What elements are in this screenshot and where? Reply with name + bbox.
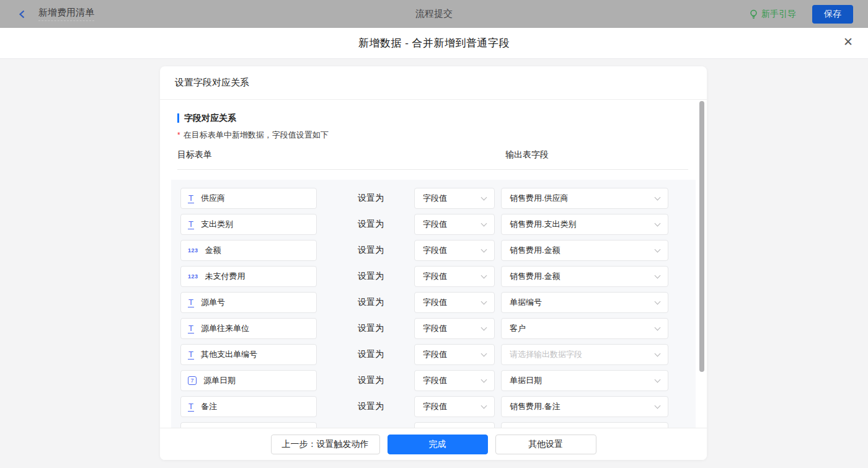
field-type-icon: T <box>188 324 194 333</box>
column-headers: 目标表单 输出表字段 <box>177 149 688 170</box>
table-row: 123 金额 设置为 字段值 销售费用.金额 <box>180 240 696 261</box>
value-type-select[interactable]: 字段值 <box>414 292 495 313</box>
chevron-down-icon <box>655 402 661 408</box>
source-field-box[interactable] <box>180 422 317 428</box>
value-type-select[interactable]: 字段值 <box>414 266 495 287</box>
output-field-text: 单据日期 <box>510 375 542 386</box>
chevron-down-icon <box>655 298 661 304</box>
chevron-down-icon <box>481 350 487 356</box>
value-type-select[interactable]: 字段值 <box>414 240 495 261</box>
source-field-box[interactable]: 7 源单日期 <box>180 370 317 391</box>
source-field-box[interactable]: T 供应商 <box>180 188 317 209</box>
field-type-icon: T <box>188 350 194 360</box>
table-row: T 其他支出单编号 设置为 字段值 请选择输出数据字段 <box>180 344 696 365</box>
field-type-icon: T <box>188 220 194 229</box>
save-button[interactable]: 保存 <box>812 5 853 24</box>
value-type-text: 字段值 <box>423 375 447 386</box>
chevron-down-icon <box>481 376 487 382</box>
value-type-select[interactable]: 字段值 <box>414 214 495 235</box>
output-field-text: 请选择输出数据字段 <box>510 349 582 360</box>
source-field-box[interactable]: T 源单往来单位 <box>180 318 317 339</box>
source-field-label: 源单日期 <box>203 375 236 386</box>
card-content: 字段对应关系 *在目标表单中新增数据，字段值设置如下 目标表单 输出表字段 T … <box>160 100 707 428</box>
setter-label: 设置为 <box>358 349 384 360</box>
output-field-select[interactable]: 销售费用.供应商 <box>501 188 668 209</box>
value-type-select[interactable]: 字段值 <box>414 188 495 209</box>
output-field-select[interactable]: 销售费用.备注 <box>501 396 668 417</box>
value-type-select[interactable]: 字段值 <box>414 396 495 417</box>
table-row: 123 未支付费用 设置为 字段值 销售费用.金额 <box>180 266 696 287</box>
finish-button[interactable]: 完成 <box>388 435 488 454</box>
value-type-text: 字段值 <box>423 271 447 282</box>
source-field-box[interactable]: T 源单号 <box>180 292 317 313</box>
field-type-icon: 123 <box>188 247 198 254</box>
chevron-down-icon <box>481 246 487 252</box>
source-field-box[interactable]: 123 未支付费用 <box>180 266 317 287</box>
output-field-text: 客户 <box>510 323 526 334</box>
source-field-label: 支出类别 <box>201 219 233 230</box>
output-field-select[interactable]: 单据编号 <box>501 292 668 313</box>
source-field-label: 金额 <box>205 245 221 256</box>
other-settings-button[interactable]: 其他设置 <box>495 435 596 454</box>
setter-label: 设置为 <box>358 245 384 256</box>
setter-label: 设置为 <box>358 375 384 386</box>
chevron-down-icon <box>481 272 487 278</box>
setter-label: 设置为 <box>358 297 384 308</box>
modal-title: 新增数据 - 合并新增到普通字段 <box>358 36 510 50</box>
modal-header: 新增数据 - 合并新增到普通字段 ✕ <box>0 28 868 59</box>
card-footer: 上一步：设置触发动作 完成 其他设置 <box>160 428 707 460</box>
output-field-select[interactable]: 客户 <box>501 318 668 339</box>
chevron-down-icon <box>481 298 487 304</box>
source-field-box[interactable]: T 备注 <box>180 396 317 417</box>
value-type-text: 字段值 <box>423 245 447 256</box>
output-field-select[interactable]: 销售费用.支出类别 <box>501 214 668 235</box>
output-field-text: 销售费用.支出类别 <box>510 219 577 230</box>
output-field-select[interactable] <box>501 422 668 428</box>
required-asterisk: * <box>177 131 180 139</box>
value-type-text: 字段值 <box>423 349 447 360</box>
note-text: 在目标表单中新增数据，字段值设置如下 <box>184 130 329 139</box>
beginner-guide-button[interactable]: 新手引导 <box>749 9 796 20</box>
chevron-down-icon <box>655 220 661 226</box>
output-field-select[interactable]: 销售费用.金额 <box>501 266 668 287</box>
close-icon[interactable]: ✕ <box>843 36 853 48</box>
source-field-label: 供应商 <box>201 193 225 204</box>
table-row: T 源单往来单位 设置为 字段值 客户 <box>180 318 696 339</box>
output-field-text: 销售费用.供应商 <box>510 193 569 204</box>
setter-label: 设置为 <box>358 323 384 334</box>
output-field-text: 单据编号 <box>510 297 542 308</box>
output-field-text: 销售费用.金额 <box>510 245 560 256</box>
value-type-select[interactable] <box>414 422 495 428</box>
setter-label: 设置为 <box>358 401 384 412</box>
output-field-select[interactable]: 请选择输出数据字段 <box>501 344 668 365</box>
chevron-down-icon <box>481 402 487 408</box>
chevron-down-icon <box>655 350 661 356</box>
field-type-icon: T <box>188 402 194 412</box>
table-row: T 支出类别 设置为 字段值 销售费用.支出类别 <box>180 214 696 235</box>
required-note: *在目标表单中新增数据，字段值设置如下 <box>177 131 707 139</box>
value-type-select[interactable]: 字段值 <box>414 344 495 365</box>
field-mapping-card: 设置字段对应关系 字段对应关系 *在目标表单中新增数据，字段值设置如下 目标表单… <box>160 66 707 460</box>
chevron-down-icon <box>481 194 487 200</box>
field-type-icon: 7 <box>188 376 197 385</box>
field-type-icon: T <box>188 194 194 203</box>
value-type-text: 字段值 <box>423 193 447 204</box>
source-field-box[interactable]: T 其他支出单编号 <box>180 344 317 365</box>
chevron-down-icon <box>655 324 661 330</box>
table-row: T 源单号 设置为 字段值 单据编号 <box>180 292 696 313</box>
field-type-icon: 123 <box>188 273 198 280</box>
source-field-box[interactable]: T 支出类别 <box>180 214 317 235</box>
guide-label: 新手引导 <box>761 9 796 20</box>
output-field-select[interactable]: 销售费用.金额 <box>501 240 668 261</box>
source-field-box[interactable]: 123 金额 <box>180 240 317 261</box>
value-type-select[interactable]: 字段值 <box>414 318 495 339</box>
chevron-down-icon <box>481 324 487 330</box>
vertical-scrollbar[interactable] <box>699 101 704 372</box>
table-row: 7 源单日期 设置为 字段值 单据日期 <box>180 370 696 391</box>
output-field-select[interactable]: 单据日期 <box>501 370 668 391</box>
setter-label: 设置为 <box>358 271 384 282</box>
source-field-label: 源单往来单位 <box>201 323 249 334</box>
value-type-select[interactable]: 字段值 <box>414 370 495 391</box>
chevron-down-icon <box>655 194 661 200</box>
previous-step-button[interactable]: 上一步：设置触发动作 <box>271 435 380 454</box>
